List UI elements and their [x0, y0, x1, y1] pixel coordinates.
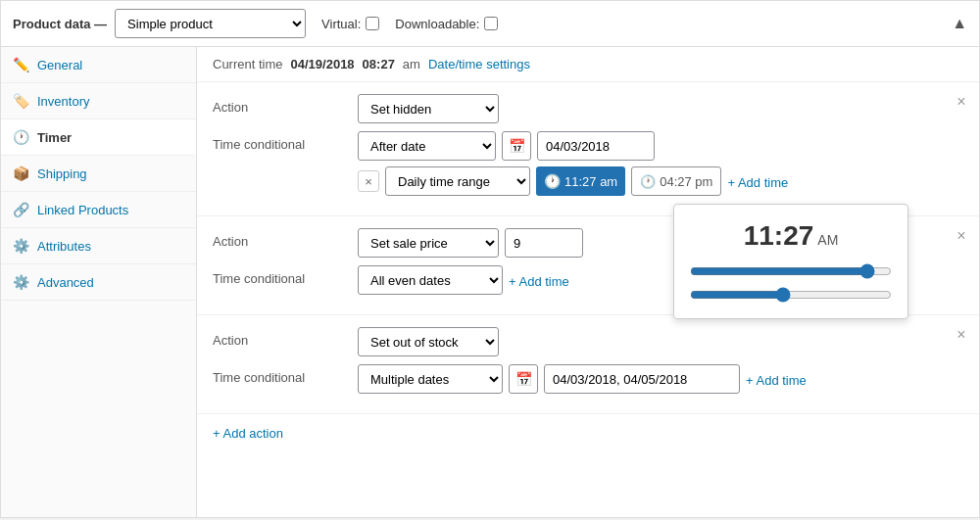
time-conditional-controls-3: Multiple dates After date Before date Al… — [358, 364, 963, 394]
calendar-icon-btn-3[interactable]: 📅 — [509, 364, 538, 394]
end-time-value: 04:27 pm — [660, 174, 712, 189]
date-input-1[interactable] — [537, 131, 655, 161]
date-condition-select-2[interactable]: All even dates After date Before date Mu… — [358, 265, 503, 295]
sidebar-item-label-attributes: Attributes — [37, 239, 91, 254]
time-sliders — [690, 263, 892, 303]
hours-slider[interactable] — [690, 263, 892, 279]
linked-products-icon: 🔗 — [13, 202, 29, 217]
picker-ampm: AM — [817, 232, 838, 248]
virtual-checkbox-group: Virtual: — [321, 17, 379, 31]
attributes-icon: ⚙️ — [13, 238, 29, 254]
current-time-ampm: am — [403, 57, 420, 71]
action-label-2: Action — [213, 228, 350, 249]
time-conditional-controls-1: After date Before date Between dates 📅 × — [358, 131, 963, 196]
product-data-header: Product data — Simple product Variable p… — [1, 1, 979, 47]
downloadable-label: Downloadable: — [395, 17, 479, 31]
action-section-1: × Action Set hidden Set visible Set sale… — [197, 82, 979, 216]
downloadable-checkbox[interactable] — [484, 17, 498, 30]
virtual-label: Virtual: — [321, 17, 361, 31]
product-data-body: ✏️ General 🏷️ Inventory 🕐 Timer 📦 Shippi… — [1, 47, 979, 517]
action-section-3: × Action Set hidden Set visible Set sale… — [197, 315, 979, 414]
sidebar-item-attributes[interactable]: ⚙️ Attributes — [1, 228, 196, 264]
minutes-slider[interactable] — [690, 287, 892, 303]
product-type-select[interactable]: Simple product Variable product Grouped … — [115, 9, 306, 38]
clock-icon-start: 🕐 — [544, 173, 561, 189]
downloadable-checkbox-group: Downloadable: — [395, 17, 498, 31]
general-icon: ✏️ — [13, 57, 29, 72]
after-date-row: After date Before date Between dates 📅 — [358, 131, 655, 161]
daily-range-select[interactable]: Daily time range All even dates Multiple… — [385, 166, 530, 196]
action-label-3: Action — [213, 327, 350, 348]
add-time-link-1[interactable]: + Add time — [727, 175, 788, 190]
current-time-value: 08:27 — [363, 57, 395, 71]
start-time-container: 🕐 11:27 am 11:27 AM — [536, 166, 625, 196]
sidebar-item-label-general: General — [37, 58, 82, 72]
start-time-value: 11:27 am — [564, 174, 617, 189]
end-time-button[interactable]: 🕐 04:27 pm — [631, 166, 721, 196]
clock-icon-end: 🕐 — [640, 174, 656, 189]
sidebar-item-label-timer: Timer — [37, 130, 72, 145]
datetime-settings-link[interactable]: Date/time settings — [428, 57, 530, 71]
time-conditional-label-1: Time conditional — [213, 131, 350, 152]
time-picker-popup: 11:27 AM — [673, 204, 908, 319]
action-label-1: Action — [213, 94, 350, 115]
time-conditional-row-1: Time conditional After date Before date … — [213, 131, 963, 196]
multiple-dates-row: Multiple dates After date Before date Al… — [358, 364, 740, 394]
action-select-3[interactable]: Set hidden Set visible Set sale price Se… — [358, 327, 499, 356]
sidebar-item-label-linked: Linked Products — [37, 203, 128, 217]
shipping-icon: 📦 — [13, 165, 29, 181]
sidebar-item-inventory[interactable]: 🏷️ Inventory — [1, 83, 196, 119]
date-condition-select-3[interactable]: Multiple dates After date Before date Al… — [358, 364, 503, 394]
action-select-1[interactable]: Set hidden Set visible Set sale price Se… — [358, 94, 499, 123]
remove-daily-range-button[interactable]: × — [358, 170, 379, 192]
sidebar-item-linked-products[interactable]: 🔗 Linked Products — [1, 192, 196, 228]
time-conditional-label-3: Time conditional — [213, 364, 350, 385]
sidebar-item-label-advanced: Advanced — [37, 275, 94, 290]
product-data-title: Product data — — [13, 17, 107, 31]
start-time-button[interactable]: 🕐 11:27 am — [536, 166, 625, 196]
all-even-dates-row: All even dates After date Before date Mu… — [358, 265, 503, 295]
add-time-link-3[interactable]: + Add time — [746, 373, 807, 388]
sidebar-item-shipping[interactable]: 📦 Shipping — [1, 156, 196, 192]
picker-time-value: 11:27 — [744, 220, 814, 252]
timer-icon: 🕐 — [13, 129, 29, 145]
advanced-icon: ⚙️ — [13, 274, 29, 290]
sidebar-item-advanced[interactable]: ⚙️ Advanced — [1, 264, 196, 301]
action-controls-1: Set hidden Set visible Set sale price Se… — [358, 94, 963, 123]
inventory-icon: 🏷️ — [13, 93, 29, 109]
sidebar-item-general[interactable]: ✏️ General — [1, 47, 196, 83]
time-picker-display: 11:27 AM — [690, 220, 892, 252]
current-time-bar: Current time 04/19/2018 08:27 am Date/ti… — [197, 47, 979, 82]
add-action-link[interactable]: + Add action — [197, 414, 979, 452]
time-conditional-row-3: Time conditional Multiple dates After da… — [213, 364, 963, 394]
calendar-icon-btn-1[interactable]: 📅 — [502, 131, 531, 161]
sidebar-item-timer[interactable]: 🕐 Timer — [1, 119, 196, 156]
content-area: Current time 04/19/2018 08:27 am Date/ti… — [197, 47, 979, 517]
action-controls-3: Set hidden Set visible Set sale price Se… — [358, 327, 963, 356]
sidebar-item-label-inventory: Inventory — [37, 94, 89, 109]
current-date-value: 04/19/2018 — [291, 57, 355, 71]
action-select-2[interactable]: Set hidden Set visible Set sale price Se… — [358, 228, 499, 258]
daily-time-range-row: × Daily time range All even dates Multip… — [358, 166, 721, 196]
multiple-dates-input[interactable] — [544, 364, 740, 394]
sidebar: ✏️ General 🏷️ Inventory 🕐 Timer 📦 Shippi… — [1, 47, 197, 517]
virtual-checkbox[interactable] — [366, 17, 379, 30]
date-condition-select-1[interactable]: After date Before date Between dates — [358, 131, 496, 161]
collapse-button[interactable]: ▲ — [952, 15, 967, 32]
action-row-1: Action Set hidden Set visible Set sale p… — [213, 94, 963, 123]
sidebar-item-label-shipping: Shipping — [37, 166, 87, 181]
time-conditional-label-2: Time conditional — [213, 265, 350, 286]
action-row-3: Action Set hidden Set visible Set sale p… — [213, 327, 963, 356]
current-time-label: Current time — [213, 57, 283, 71]
sale-price-input[interactable] — [505, 228, 583, 258]
add-time-link-2[interactable]: + Add time — [509, 274, 569, 289]
